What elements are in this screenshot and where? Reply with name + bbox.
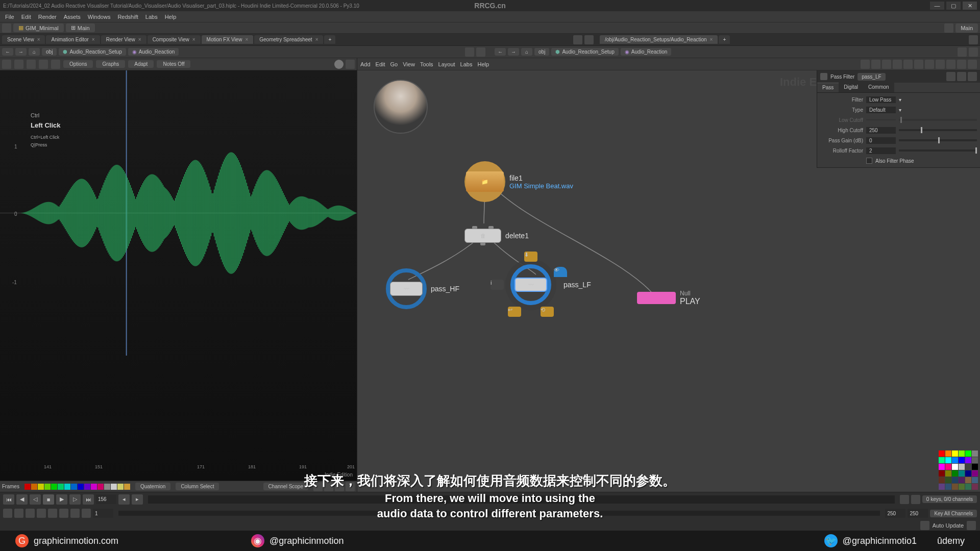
node-file1[interactable]: 📁 file1 GIM Simple Beat.wav — [464, 161, 573, 202]
graphs-dropdown[interactable]: Graphs — [96, 60, 125, 68]
tool-d-icon[interactable] — [39, 60, 48, 69]
network-canvas[interactable]: Indie Edition Motion FX 📁 file1 GIM Simp… — [357, 70, 980, 492]
tl-tool-b[interactable] — [911, 495, 920, 504]
waveform-viewport[interactable]: placeholder Ctrl Left Click Ctrl+Left Cl… — [0, 70, 357, 481]
right-pane-max-icon[interactable] — [969, 35, 978, 44]
menu-redshift[interactable]: Redshift — [114, 13, 141, 21]
range-end-a[interactable]: 250 — [885, 509, 905, 518]
gear-icon[interactable] — [946, 72, 955, 81]
net-icon-1[interactable] — [861, 60, 870, 69]
menu-render[interactable]: Render — [35, 13, 60, 21]
range-track[interactable] — [118, 511, 880, 516]
tl-tool-a[interactable] — [900, 495, 909, 504]
tool-b-icon[interactable] — [14, 60, 23, 69]
scope-add-icon[interactable] — [313, 482, 323, 491]
forward-button[interactable]: → — [15, 48, 27, 56]
net-icon-6[interactable] — [914, 60, 923, 69]
net-menu-layout[interactable]: Layout — [438, 61, 455, 67]
channel-color-swatches[interactable] — [24, 484, 130, 490]
layout-selector[interactable]: ⊞Main — [66, 23, 95, 32]
net-setup[interactable]: ⬢Audio_Reaction_Setup — [551, 48, 618, 56]
maximize-button[interactable]: ▢ — [946, 2, 961, 10]
net-menu-go[interactable]: Go — [390, 61, 398, 67]
column-select-dropdown[interactable]: Column Select — [176, 483, 219, 490]
tab-geometry-spreadsheet[interactable]: Geometry Spreadsheet× — [254, 35, 323, 44]
tab-digital[interactable]: Digital — [839, 83, 863, 92]
net-icon-3[interactable] — [882, 60, 891, 69]
goto-end-button[interactable]: ⏭ — [83, 494, 94, 505]
node-pass-hf[interactable]: 〰 pass_HF — [386, 268, 459, 309]
net-icon-2[interactable] — [871, 60, 880, 69]
net-menu-edit[interactable]: Edit — [376, 61, 385, 67]
tab-motion-fx-view[interactable]: Motion FX View× — [202, 35, 254, 44]
play-button[interactable]: ▶ — [56, 494, 67, 505]
scope-gear-icon[interactable] — [346, 482, 355, 491]
notes-dropdown[interactable]: Notes Off — [157, 60, 190, 68]
menu-windows[interactable]: Windows — [85, 13, 114, 21]
record-icon[interactable] — [334, 60, 344, 69]
shelf-icon-cloud[interactable] — [2, 23, 11, 33]
net-pin-icon[interactable] — [958, 47, 967, 57]
radial-eye-icon[interactable]: 👁 — [554, 267, 567, 277]
step-fwd-button[interactable]: ▷ — [69, 494, 81, 505]
key-all-channels[interactable]: Key All Channels — [930, 510, 977, 517]
stop-button[interactable]: ■ — [43, 494, 54, 505]
menu-assets[interactable]: Assets — [61, 13, 84, 21]
node-pass-lf[interactable]: ⬇ 👁 i ↩ ⟲ 〰 pass_LF — [510, 264, 591, 305]
scope-x-icon[interactable] — [324, 482, 333, 491]
net-leaf[interactable]: ◉Audio_Reaction — [621, 48, 672, 56]
keys-info[interactable]: 0 keys, 0/0 channels — [922, 495, 977, 503]
tab-render-view[interactable]: Render View× — [101, 35, 146, 44]
menu-help[interactable]: Help — [162, 13, 180, 21]
left-pane-max-icon[interactable] — [584, 35, 594, 44]
net-menu-tools[interactable]: Tools — [420, 61, 433, 67]
auto-update-icon[interactable] — [920, 521, 929, 530]
net-icon-7[interactable] — [925, 60, 934, 69]
net-search-icon[interactable] — [969, 47, 978, 57]
rolloff-slider[interactable] — [899, 149, 977, 152]
timeline-track[interactable] — [148, 495, 895, 504]
net-home-icon[interactable]: ⌂ — [521, 48, 532, 56]
pin-icon[interactable] — [820, 73, 827, 80]
net-obj[interactable]: obj — [534, 48, 549, 56]
range-lock-icon[interactable] — [3, 509, 12, 518]
filter-dropdown[interactable]: Low Pass — [866, 96, 896, 103]
cook-icon[interactable] — [967, 521, 976, 530]
tab-add[interactable]: + — [324, 35, 335, 44]
help2-icon[interactable] — [957, 72, 966, 81]
shelf-icon-a[interactable] — [944, 23, 953, 33]
gain-input[interactable]: 0 — [866, 137, 896, 144]
range-end-b[interactable]: 250 — [908, 509, 928, 518]
step-back-button[interactable]: ◀ — [16, 494, 28, 505]
path-obj[interactable]: obj — [42, 48, 57, 56]
tab-composite-view[interactable]: Composite View× — [148, 35, 201, 44]
path-setup[interactable]: ⬢Audio_Reaction_Setup — [59, 48, 126, 56]
path-pin-icon[interactable] — [465, 47, 474, 57]
high-cutoff-slider[interactable] — [899, 129, 977, 131]
net-icon-help[interactable] — [957, 60, 966, 69]
adapt-dropdown[interactable]: Adapt — [128, 60, 154, 68]
net-forward-button[interactable]: → — [508, 48, 519, 56]
net-icon-9[interactable] — [946, 60, 955, 69]
net-icon-4[interactable] — [893, 60, 902, 69]
layout-right-selector[interactable]: Main — [955, 23, 978, 33]
tab-animation-editor[interactable]: Animation Editor× — [46, 35, 100, 44]
range-g-icon[interactable] — [82, 509, 91, 518]
quaternion-dropdown[interactable]: Quaternion — [135, 483, 170, 490]
close-button[interactable]: ✕ — [963, 2, 977, 10]
menu-edit[interactable]: Edit — [18, 13, 34, 21]
tab-scene-view[interactable]: Scene View× — [2, 35, 45, 44]
range-f-icon[interactable] — [70, 509, 80, 518]
tool-e-icon[interactable] — [51, 60, 60, 69]
net-back-button[interactable]: ← — [495, 48, 506, 56]
radial-br-icon[interactable]: ⟲ — [541, 307, 554, 317]
net-icon-5[interactable] — [903, 60, 913, 69]
range-b-icon[interactable] — [26, 509, 35, 518]
path-goto-icon[interactable] — [476, 47, 485, 57]
type-dropdown[interactable]: Default — [866, 107, 896, 113]
net-menu-add[interactable]: Add — [360, 61, 371, 67]
range-c-icon[interactable] — [37, 509, 46, 518]
net-icon-search[interactable] — [968, 60, 977, 69]
back-button[interactable]: ← — [2, 48, 13, 56]
gain-slider[interactable] — [899, 139, 977, 141]
